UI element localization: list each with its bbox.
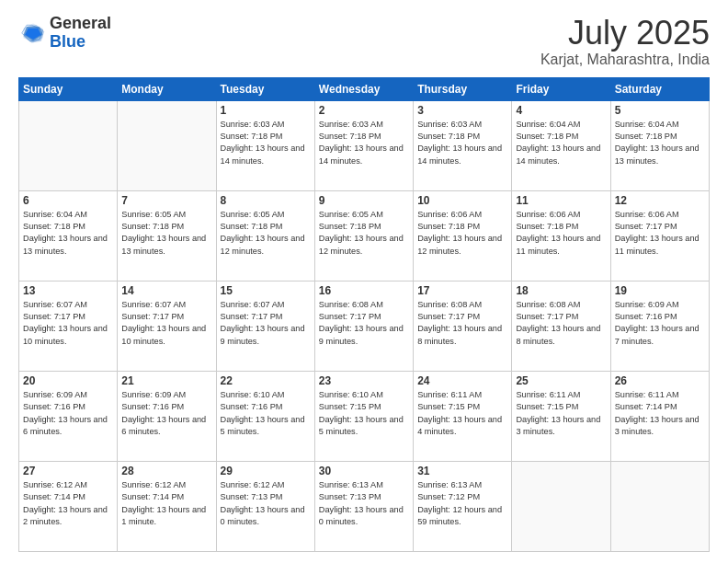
calendar-cell: 17Sunrise: 6:08 AM Sunset: 7:17 PM Dayli… bbox=[414, 281, 512, 371]
title-block: July 2025 Karjat, Maharashtra, India bbox=[540, 15, 710, 68]
month-title: July 2025 bbox=[540, 15, 710, 52]
col-friday: Friday bbox=[512, 77, 610, 100]
day-number: 27 bbox=[23, 465, 113, 477]
day-info: Sunrise: 6:07 AM Sunset: 7:17 PM Dayligh… bbox=[121, 299, 211, 348]
day-number: 15 bbox=[221, 284, 311, 297]
day-info: Sunrise: 6:08 AM Sunset: 7:17 PM Dayligh… bbox=[417, 299, 507, 348]
calendar-week-3: 13Sunrise: 6:07 AM Sunset: 7:17 PM Dayli… bbox=[19, 281, 710, 371]
calendar-cell bbox=[610, 461, 709, 551]
day-info: Sunrise: 6:11 AM Sunset: 7:15 PM Dayligh… bbox=[417, 389, 507, 438]
calendar-cell: 3Sunrise: 6:03 AM Sunset: 7:18 PM Daylig… bbox=[414, 100, 512, 190]
day-info: Sunrise: 6:10 AM Sunset: 7:15 PM Dayligh… bbox=[319, 389, 409, 438]
calendar-cell: 9Sunrise: 6:05 AM Sunset: 7:18 PM Daylig… bbox=[314, 190, 413, 281]
header-row: Sunday Monday Tuesday Wednesday Thursday… bbox=[19, 77, 710, 100]
day-number: 28 bbox=[121, 465, 211, 477]
day-info: Sunrise: 6:04 AM Sunset: 7:18 PM Dayligh… bbox=[615, 119, 705, 167]
day-number: 25 bbox=[516, 374, 606, 387]
calendar-cell: 20Sunrise: 6:09 AM Sunset: 7:16 PM Dayli… bbox=[19, 371, 118, 461]
day-number: 17 bbox=[417, 284, 507, 297]
calendar-cell: 24Sunrise: 6:11 AM Sunset: 7:15 PM Dayli… bbox=[414, 371, 512, 461]
col-tuesday: Tuesday bbox=[216, 77, 314, 100]
calendar-week-4: 20Sunrise: 6:09 AM Sunset: 7:16 PM Dayli… bbox=[19, 371, 710, 461]
day-number: 1 bbox=[221, 104, 311, 117]
day-number: 26 bbox=[615, 374, 705, 387]
day-info: Sunrise: 6:13 AM Sunset: 7:13 PM Dayligh… bbox=[319, 479, 409, 528]
day-number: 23 bbox=[319, 374, 409, 387]
logo-blue-text: Blue bbox=[50, 33, 111, 52]
day-info: Sunrise: 6:09 AM Sunset: 7:16 PM Dayligh… bbox=[615, 299, 705, 348]
calendar-table: Sunday Monday Tuesday Wednesday Thursday… bbox=[18, 77, 710, 552]
day-number: 6 bbox=[23, 194, 113, 207]
calendar-week-2: 6Sunrise: 6:04 AM Sunset: 7:18 PM Daylig… bbox=[19, 190, 710, 281]
day-number: 20 bbox=[23, 374, 113, 387]
calendar-cell: 10Sunrise: 6:06 AM Sunset: 7:18 PM Dayli… bbox=[414, 190, 512, 281]
calendar-cell: 7Sunrise: 6:05 AM Sunset: 7:18 PM Daylig… bbox=[118, 190, 216, 281]
calendar-body: 1Sunrise: 6:03 AM Sunset: 7:18 PM Daylig… bbox=[19, 100, 710, 551]
logo: General Blue bbox=[18, 15, 111, 52]
calendar-cell: 12Sunrise: 6:06 AM Sunset: 7:17 PM Dayli… bbox=[610, 190, 709, 281]
day-number: 12 bbox=[615, 194, 705, 207]
calendar-cell: 19Sunrise: 6:09 AM Sunset: 7:16 PM Dayli… bbox=[610, 281, 709, 371]
day-info: Sunrise: 6:04 AM Sunset: 7:18 PM Dayligh… bbox=[23, 209, 113, 258]
day-info: Sunrise: 6:05 AM Sunset: 7:18 PM Dayligh… bbox=[121, 209, 211, 258]
day-number: 9 bbox=[319, 194, 409, 207]
calendar-cell: 14Sunrise: 6:07 AM Sunset: 7:17 PM Dayli… bbox=[118, 281, 216, 371]
day-info: Sunrise: 6:13 AM Sunset: 7:12 PM Dayligh… bbox=[417, 479, 507, 528]
day-number: 31 bbox=[417, 465, 507, 477]
page: General Blue July 2025 Karjat, Maharasht… bbox=[0, 0, 728, 563]
day-number: 21 bbox=[121, 374, 211, 387]
day-info: Sunrise: 6:03 AM Sunset: 7:18 PM Dayligh… bbox=[319, 119, 409, 167]
day-number: 2 bbox=[319, 104, 409, 117]
logo-general-text: General bbox=[50, 15, 111, 33]
day-info: Sunrise: 6:03 AM Sunset: 7:18 PM Dayligh… bbox=[417, 119, 507, 167]
day-number: 10 bbox=[417, 194, 507, 207]
day-info: Sunrise: 6:12 AM Sunset: 7:14 PM Dayligh… bbox=[121, 479, 211, 528]
calendar-cell: 11Sunrise: 6:06 AM Sunset: 7:18 PM Dayli… bbox=[512, 190, 610, 281]
day-info: Sunrise: 6:11 AM Sunset: 7:15 PM Dayligh… bbox=[516, 389, 606, 438]
day-info: Sunrise: 6:04 AM Sunset: 7:18 PM Dayligh… bbox=[516, 119, 606, 167]
day-number: 13 bbox=[23, 284, 113, 297]
calendar-cell: 29Sunrise: 6:12 AM Sunset: 7:13 PM Dayli… bbox=[216, 461, 314, 551]
day-info: Sunrise: 6:09 AM Sunset: 7:16 PM Dayligh… bbox=[121, 389, 211, 438]
day-number: 7 bbox=[121, 194, 211, 207]
col-sunday: Sunday bbox=[19, 77, 118, 100]
calendar-cell bbox=[118, 100, 216, 190]
calendar-cell: 21Sunrise: 6:09 AM Sunset: 7:16 PM Dayli… bbox=[118, 371, 216, 461]
calendar-cell: 27Sunrise: 6:12 AM Sunset: 7:14 PM Dayli… bbox=[19, 461, 118, 551]
day-number: 3 bbox=[417, 104, 507, 117]
day-info: Sunrise: 6:06 AM Sunset: 7:17 PM Dayligh… bbox=[615, 209, 705, 258]
day-number: 11 bbox=[516, 194, 606, 207]
calendar-week-1: 1Sunrise: 6:03 AM Sunset: 7:18 PM Daylig… bbox=[19, 100, 710, 190]
calendar-cell: 8Sunrise: 6:05 AM Sunset: 7:18 PM Daylig… bbox=[216, 190, 314, 281]
day-number: 5 bbox=[615, 104, 705, 117]
day-info: Sunrise: 6:08 AM Sunset: 7:17 PM Dayligh… bbox=[516, 299, 606, 348]
day-info: Sunrise: 6:05 AM Sunset: 7:18 PM Dayligh… bbox=[319, 209, 409, 258]
day-info: Sunrise: 6:06 AM Sunset: 7:18 PM Dayligh… bbox=[417, 209, 507, 258]
day-number: 29 bbox=[221, 465, 311, 477]
calendar-cell: 1Sunrise: 6:03 AM Sunset: 7:18 PM Daylig… bbox=[216, 100, 314, 190]
calendar-cell: 6Sunrise: 6:04 AM Sunset: 7:18 PM Daylig… bbox=[19, 190, 118, 281]
day-info: Sunrise: 6:07 AM Sunset: 7:17 PM Dayligh… bbox=[221, 299, 311, 348]
calendar-cell: 25Sunrise: 6:11 AM Sunset: 7:15 PM Dayli… bbox=[512, 371, 610, 461]
logo-text: General Blue bbox=[50, 15, 111, 52]
day-info: Sunrise: 6:06 AM Sunset: 7:18 PM Dayligh… bbox=[516, 209, 606, 258]
calendar-cell: 13Sunrise: 6:07 AM Sunset: 7:17 PM Dayli… bbox=[19, 281, 118, 371]
calendar-cell: 22Sunrise: 6:10 AM Sunset: 7:16 PM Dayli… bbox=[216, 371, 314, 461]
col-wednesday: Wednesday bbox=[314, 77, 413, 100]
day-info: Sunrise: 6:11 AM Sunset: 7:14 PM Dayligh… bbox=[615, 389, 705, 438]
day-number: 30 bbox=[319, 465, 409, 477]
calendar-cell: 2Sunrise: 6:03 AM Sunset: 7:18 PM Daylig… bbox=[314, 100, 413, 190]
logo-icon bbox=[20, 20, 46, 46]
logo-inner: General Blue bbox=[18, 15, 111, 52]
col-saturday: Saturday bbox=[610, 77, 709, 100]
day-info: Sunrise: 6:08 AM Sunset: 7:17 PM Dayligh… bbox=[319, 299, 409, 348]
day-number: 4 bbox=[516, 104, 606, 117]
day-info: Sunrise: 6:07 AM Sunset: 7:17 PM Dayligh… bbox=[23, 299, 113, 348]
calendar-cell bbox=[512, 461, 610, 551]
calendar-cell: 26Sunrise: 6:11 AM Sunset: 7:14 PM Dayli… bbox=[610, 371, 709, 461]
calendar-cell: 16Sunrise: 6:08 AM Sunset: 7:17 PM Dayli… bbox=[314, 281, 413, 371]
calendar-cell: 23Sunrise: 6:10 AM Sunset: 7:15 PM Dayli… bbox=[314, 371, 413, 461]
day-info: Sunrise: 6:05 AM Sunset: 7:18 PM Dayligh… bbox=[221, 209, 311, 258]
calendar-cell: 18Sunrise: 6:08 AM Sunset: 7:17 PM Dayli… bbox=[512, 281, 610, 371]
calendar-header: Sunday Monday Tuesday Wednesday Thursday… bbox=[19, 77, 710, 100]
